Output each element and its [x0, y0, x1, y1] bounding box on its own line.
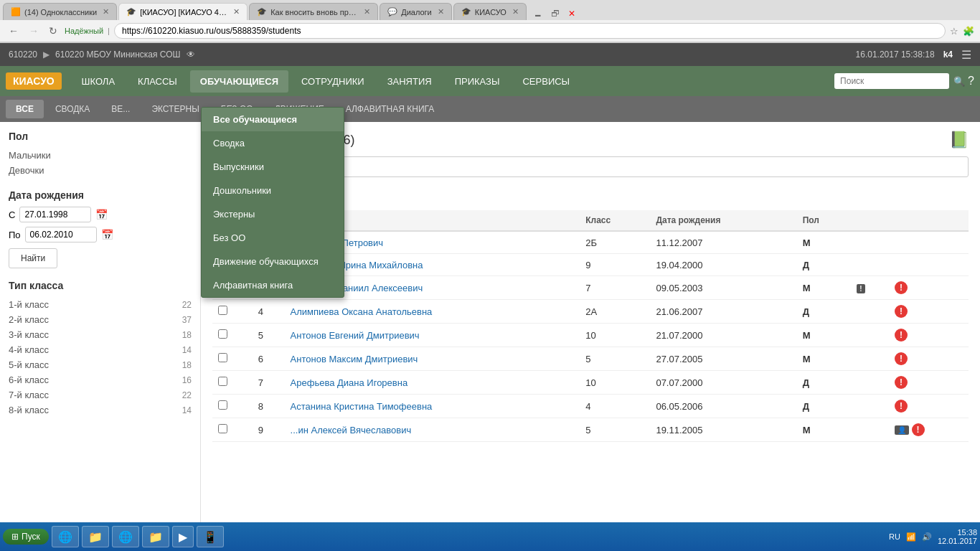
row-name-7[interactable]: Астанина Кристина Тимофеевна — [285, 395, 580, 418]
row-name-3[interactable]: Алимпиева Оксана Анатольевна — [285, 300, 580, 324]
table-row[interactable]: 5 Антонов Евгений Дмитриевич 10 21.07.20… — [212, 324, 969, 347]
taskbar-media[interactable]: ▶ — [172, 526, 194, 547]
close-btn[interactable]: ✕ — [565, 7, 578, 20]
tab-3-close[interactable]: ✕ — [364, 7, 370, 17]
calendar-to-icon[interactable]: 📅 — [101, 229, 113, 240]
nav-lessons[interactable]: ЗАНЯТИЯ — [377, 70, 442, 93]
row-checkbox-6[interactable] — [212, 371, 253, 395]
row-checkbox-3[interactable] — [212, 300, 253, 324]
class-2[interactable]: 2-й класс 37 — [9, 312, 192, 327]
tab-5[interactable]: 🎓 КИАСУО ✕ — [453, 3, 527, 20]
sub-nav-externals[interactable]: ЭКСТЕРНЫ — [141, 100, 209, 118]
class-6[interactable]: 6-й класс 16 — [9, 372, 192, 387]
eye-icon[interactable]: 👁 — [187, 50, 195, 60]
class-3[interactable]: 3-й класс 18 — [9, 327, 192, 342]
minimize-btn[interactable]: 🗕 — [531, 7, 545, 20]
row-checkbox-5[interactable] — [212, 347, 253, 371]
dropdown-all[interactable]: Все обучающиеся — [202, 108, 344, 131]
tab-4[interactable]: 💬 Диалоги ✕ — [380, 3, 452, 20]
tab-4-close[interactable]: ✕ — [438, 7, 444, 17]
date-to-input[interactable] — [25, 227, 97, 242]
sub-nav-summary[interactable]: СВОДКА — [45, 100, 100, 118]
dropdown-summary[interactable]: Сводка — [202, 131, 344, 155]
nav-staff[interactable]: СОТРУДНИКИ — [291, 70, 374, 93]
nav-logo[interactable]: КИАСУО — [6, 72, 62, 90]
nav-school[interactable]: ШКОЛА — [72, 70, 126, 93]
extension-icon[interactable]: 🧩 — [963, 26, 974, 37]
tab-5-close[interactable]: ✕ — [512, 7, 519, 17]
row-birthdate-6: 07.07.2000 — [650, 371, 796, 395]
table-row[interactable]: 9 ...ин Алексей Вячеславович 5 19.11.200… — [212, 418, 969, 442]
gender-female[interactable]: Девочки — [9, 163, 192, 178]
row-birthdate-5: 27.07.2005 — [650, 347, 796, 371]
dropdown-noorg[interactable]: Без ОО — [202, 226, 344, 250]
tab-2[interactable]: 🎓 [КИАСУО] [КИАСУО 4 (с... ✕ — [118, 3, 248, 20]
nav-search-input[interactable] — [834, 73, 949, 89]
tab-1[interactable]: 🟧 (14) Одноклассники ✕ — [3, 3, 117, 20]
hamburger-icon[interactable]: ☰ — [961, 48, 971, 62]
taskbar-ie[interactable]: 🌐 — [52, 526, 79, 547]
gender-male[interactable]: Мальчики — [9, 148, 192, 163]
help-icon[interactable]: ? — [968, 75, 974, 88]
row-class-4: 10 — [580, 324, 650, 347]
row-name-5[interactable]: Антонов Максим Дмитриевич — [285, 347, 580, 371]
gender-male-label: Мальчики — [9, 150, 51, 161]
sub-nav-graduates[interactable]: ВЕ... — [101, 100, 140, 118]
dropdown-preschool[interactable]: Дошкольники — [202, 179, 344, 202]
row-name-6[interactable]: Арефьева Диана Игоревна — [285, 371, 580, 395]
taskbar-chrome[interactable]: 🌐 — [112, 526, 139, 547]
taskbar-folder[interactable]: 📁 — [82, 526, 109, 547]
calendar-from-icon[interactable]: 📅 — [95, 209, 108, 220]
sub-nav-all[interactable]: ВСЕ — [6, 100, 44, 118]
address-input[interactable] — [114, 23, 946, 39]
start-button[interactable]: ⊞ Пуск — [3, 529, 49, 545]
table-row[interactable]: 6 Антонов Максим Дмитриевич 5 27.07.2005… — [212, 347, 969, 371]
tab-3-title: Как вносить вновь при... — [270, 8, 358, 17]
row-name-8[interactable]: ...ин Алексей Вячеславович — [285, 418, 580, 442]
reload-btn[interactable]: ↻ — [46, 24, 60, 38]
sub-nav-alphabet[interactable]: АЛФАВИТНАЯ КНИГА — [336, 100, 444, 118]
table-row[interactable]: 4 Алимпиева Оксана Анатольевна 2А 21.06.… — [212, 300, 969, 324]
row-checkbox-4[interactable] — [212, 324, 253, 347]
class-5[interactable]: 5-й класс 18 — [9, 357, 192, 372]
table-row[interactable]: 8 Астанина Кристина Тимофеевна 4 06.05.2… — [212, 395, 969, 418]
class-4-count: 14 — [182, 345, 192, 355]
nav-orders[interactable]: ПРИКАЗЫ — [445, 70, 510, 93]
nav-classes[interactable]: КЛАССЫ — [128, 70, 187, 93]
dropdown-movement[interactable]: Движение обучающихся — [202, 250, 344, 273]
class-4[interactable]: 4-й класс 14 — [9, 342, 192, 357]
tab-2-close[interactable]: ✕ — [233, 7, 240, 17]
taskbar-files[interactable]: 📁 — [142, 526, 169, 547]
class-8[interactable]: 8-й класс 14 — [9, 402, 192, 418]
export-button[interactable]: 📗 — [949, 131, 969, 149]
taskbar-viber[interactable]: 📱 — [197, 526, 224, 547]
bookmark-icon[interactable]: ☆ — [950, 26, 958, 37]
row-warning-8 — [851, 418, 889, 442]
find-button[interactable]: Найти — [9, 248, 57, 268]
nav-services[interactable]: СЕРВИСЫ — [512, 70, 580, 93]
class-7[interactable]: 7-й класс 22 — [9, 387, 192, 402]
nav-students[interactable]: ОБУЧАЮЩИЕСЯ — [190, 70, 288, 93]
maximize-btn[interactable]: 🗗 — [548, 7, 562, 20]
row-status-5: ! — [889, 347, 969, 371]
class-1[interactable]: 1-й класс 22 — [9, 297, 192, 312]
tab-2-favicon: 🎓 — [126, 7, 136, 17]
row-checkbox-8[interactable] — [212, 418, 253, 442]
tab-1-close[interactable]: ✕ — [103, 7, 109, 17]
tab-3[interactable]: 🎓 Как вносить вновь при... ✕ — [249, 3, 378, 20]
row-checkbox-7[interactable] — [212, 395, 253, 418]
back-btn[interactable]: ← — [6, 24, 22, 38]
forward-btn[interactable]: → — [26, 24, 42, 38]
table-row[interactable]: 7 Арефьева Диана Игоревна 10 07.07.2000 … — [212, 371, 969, 395]
date-from-input[interactable] — [19, 207, 91, 222]
class-8-label: 8-й класс — [9, 405, 49, 415]
row-name-4[interactable]: Антонов Евгений Дмитриевич — [285, 324, 580, 347]
row-warning-2: ! — [851, 276, 889, 300]
browser-chrome: 🟧 (14) Одноклассники ✕ 🎓 [КИАСУО] [КИАСУ… — [0, 0, 980, 43]
dropdown-external[interactable]: Экстерны — [202, 202, 344, 226]
taskbar: ⊞ Пуск 🌐 📁 🌐 📁 ▶ 📱 RU 📶 🔊 15:38 12.01.20… — [0, 522, 980, 551]
dropdown-graduates[interactable]: Выпускники — [202, 155, 344, 179]
dropdown-alphabet[interactable]: Алфавитная книга — [202, 273, 344, 297]
search-icon[interactable]: 🔍 — [953, 76, 965, 87]
class-8-count: 14 — [182, 405, 192, 415]
